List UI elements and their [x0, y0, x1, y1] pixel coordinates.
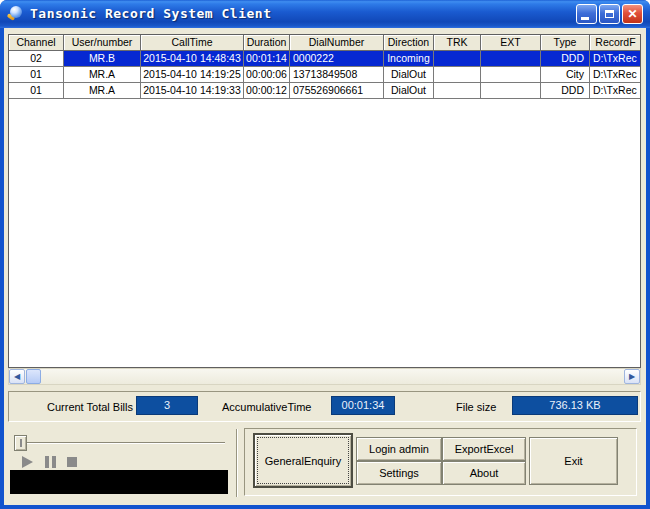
client-area: ChannelUser/numberCallTimeDurationDialNu…: [4, 28, 646, 505]
table-cell[interactable]: D:\TxRec: [590, 67, 641, 83]
records-table: ChannelUser/numberCallTimeDurationDialNu…: [8, 34, 641, 368]
accumulative-time-value: 00:01:34: [331, 396, 395, 415]
file-size-label: File size: [456, 401, 496, 413]
table-cell[interactable]: 2015-04-10 14:48:43: [141, 51, 244, 67]
table-cell[interactable]: 2015-04-10 14:19:25: [141, 67, 244, 83]
column-header-trk[interactable]: TRK: [434, 35, 481, 51]
maximize-icon: [605, 10, 614, 18]
table-cell[interactable]: DDD: [541, 83, 590, 99]
table-row[interactable]: 01MR.A2015-04-10 14:19:3300:00:120755269…: [9, 83, 640, 99]
stop-icon[interactable]: [67, 457, 77, 467]
table-cell[interactable]: 075526906661: [290, 83, 384, 99]
export-excel-button[interactable]: ExportExcel: [442, 437, 526, 461]
table-header-row: ChannelUser/numberCallTimeDurationDialNu…: [9, 35, 640, 51]
column-header-ext[interactable]: EXT: [481, 35, 541, 51]
column-header-dialnumber[interactable]: DialNumber: [290, 35, 384, 51]
table-cell[interactable]: MR.A: [64, 67, 141, 83]
table-cell[interactable]: [434, 67, 481, 83]
table-cell[interactable]: D:\TxRec: [590, 83, 641, 99]
play-icon[interactable]: [22, 456, 33, 468]
table-cell[interactable]: DialOut: [384, 83, 434, 99]
column-header-type[interactable]: Type: [541, 35, 590, 51]
table-cell[interactable]: [481, 67, 541, 83]
table-cell[interactable]: 01: [9, 83, 64, 99]
scroll-right-arrow-icon[interactable]: ▶: [624, 369, 640, 384]
title-bar[interactable]: Tansonic Record System Client ✕: [0, 0, 650, 28]
table-cell[interactable]: [434, 83, 481, 99]
table-cell[interactable]: 01: [9, 67, 64, 83]
column-header-recordf[interactable]: RecordF: [590, 35, 641, 51]
close-icon: ✕: [623, 7, 642, 22]
exit-button[interactable]: Exit: [529, 437, 618, 485]
table-cell[interactable]: 00:00:12: [244, 83, 290, 99]
column-header-duration[interactable]: Duration: [244, 35, 290, 51]
total-bills-value: 3: [136, 396, 198, 415]
column-header-channel[interactable]: Channel: [9, 35, 64, 51]
minimize-button[interactable]: [576, 4, 597, 24]
table-cell[interactable]: [481, 83, 541, 99]
table-cell[interactable]: DDD: [541, 51, 590, 67]
about-button[interactable]: About: [442, 461, 526, 485]
app-window: Tansonic Record System Client ✕ ChannelU…: [0, 0, 650, 509]
playback-slider[interactable]: [16, 442, 225, 444]
general-enquiry-button[interactable]: GeneralEnquiry: [253, 433, 353, 488]
scroll-left-arrow-icon[interactable]: ◀: [9, 369, 25, 384]
settings-button[interactable]: Settings: [356, 461, 442, 485]
table-cell[interactable]: MR.A: [64, 83, 141, 99]
table-cell[interactable]: DialOut: [384, 67, 434, 83]
table-cell[interactable]: [434, 51, 481, 67]
table-cell[interactable]: D:\TxRec: [590, 51, 641, 67]
total-bills-label: Current Total Bills: [47, 401, 133, 413]
horizontal-scrollbar[interactable]: ◀ ▶: [8, 368, 641, 385]
window-title: Tansonic Record System Client: [30, 6, 271, 21]
table-cell[interactable]: [481, 51, 541, 67]
accumulative-time-label: AccumulativeTime: [222, 401, 311, 413]
column-header-direction[interactable]: Direction: [384, 35, 434, 51]
table-row[interactable]: 02MR.B2015-04-10 14:48:4300:01:140000222…: [9, 51, 640, 67]
pause-icon[interactable]: [45, 456, 56, 468]
scrollbar-thumb[interactable]: [26, 369, 41, 384]
table-row[interactable]: 01MR.A2015-04-10 14:19:2500:00:061371384…: [9, 67, 640, 83]
column-header-calltime[interactable]: CallTime: [141, 35, 244, 51]
table-body: 02MR.B2015-04-10 14:48:4300:01:140000222…: [9, 51, 640, 99]
column-header-user-number[interactable]: User/number: [64, 35, 141, 51]
table-cell[interactable]: 2015-04-10 14:19:33: [141, 83, 244, 99]
slider-thumb[interactable]: [14, 435, 27, 451]
close-button[interactable]: ✕: [622, 4, 643, 24]
table-cell[interactable]: 00:01:14: [244, 51, 290, 67]
panel-divider: [236, 429, 238, 497]
buttons-panel: GeneralEnquiry Login admin Settings Expo…: [244, 428, 637, 496]
table-cell[interactable]: City: [541, 67, 590, 83]
table-cell[interactable]: 13713849508: [290, 67, 384, 83]
magnifier-app-icon: [7, 6, 23, 22]
table-cell[interactable]: 02: [9, 51, 64, 67]
waveform-display: [10, 470, 228, 494]
playback-panel: [8, 428, 234, 500]
table-cell[interactable]: 00:00:06: [244, 67, 290, 83]
maximize-button[interactable]: [599, 4, 620, 24]
login-admin-button[interactable]: Login admin: [356, 437, 442, 461]
table-cell[interactable]: 0000222: [290, 51, 384, 67]
table-cell[interactable]: MR.B: [64, 51, 141, 67]
minimize-icon: [581, 17, 589, 20]
table-cell[interactable]: Incoming: [384, 51, 434, 67]
file-size-value: 736.13 KB: [512, 396, 638, 415]
status-panel: Current Total Bills 3 AccumulativeTime 0…: [8, 391, 641, 422]
